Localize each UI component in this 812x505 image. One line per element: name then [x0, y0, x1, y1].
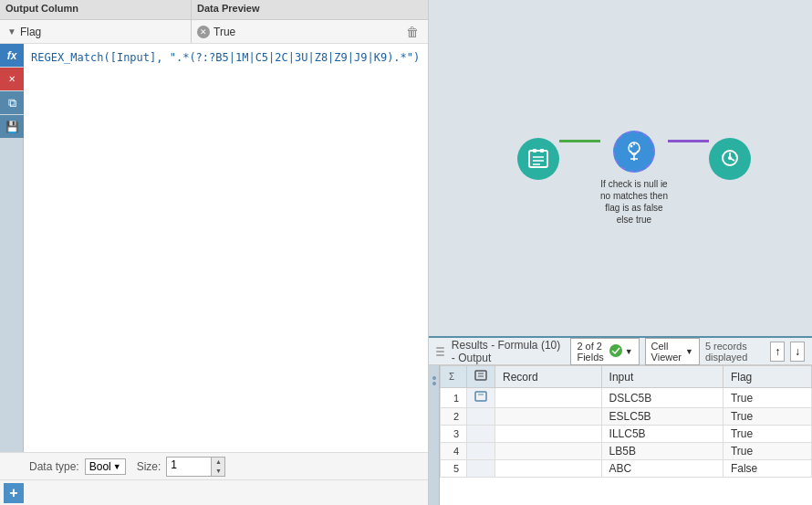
formula-node[interactable]: If check is null ieno matches thenflag i…: [600, 131, 668, 226]
add-row: +: [0, 479, 428, 505]
output-column-header: Output Column: [0, 0, 192, 19]
record-icon-cell: [467, 388, 495, 408]
viewer-label: Cell Viewer: [651, 341, 682, 363]
svg-rect-17: [475, 371, 486, 380]
size-decrement-button[interactable]: ▼: [212, 467, 224, 476]
svg-text:Σ: Σ: [449, 372, 454, 381]
field-name-label: Flag: [20, 26, 41, 38]
formula-text: REGEX_Match([Input], ".*(?:?B5|1M|C5|2C|…: [31, 51, 420, 64]
formula-row-right: ✕ True 🗑: [192, 25, 424, 39]
record-icon-header: [467, 366, 495, 388]
datatype-label: Data type:: [29, 460, 79, 473]
viewer-dropdown-icon: ▼: [685, 347, 693, 356]
row-number: 4: [441, 443, 467, 460]
results-controls: 2 of 2 Fields ▼ Cell Viewer ▼ 5 records …: [570, 338, 805, 365]
input-cell: DSLC5B: [601, 388, 723, 408]
results-header: Results - Formula (10) - Output 2 of 2 F…: [429, 338, 812, 365]
record-icon-cell-5: [467, 460, 495, 478]
results-gripper[interactable]: [436, 347, 444, 356]
fields-label: 2 of 2 Fields: [577, 341, 606, 363]
record-icon-cell-2: [467, 408, 495, 426]
results-left-strip: [429, 365, 440, 505]
delete-field-button[interactable]: 🗑: [406, 25, 419, 39]
formula-node-icon: [613, 131, 655, 173]
results-table: Σ Record Input Flag 1: [440, 365, 812, 478]
input-cell-4: LB5B: [601, 443, 723, 460]
fields-dropdown-icon: ▼: [625, 347, 633, 356]
input-node[interactable]: [517, 138, 559, 180]
table-row: 1 DSLC5B True: [441, 388, 812, 408]
size-input[interactable]: 1: [166, 457, 212, 477]
save-formula-button[interactable]: 💾: [0, 115, 24, 138]
size-value: 1: [171, 458, 177, 471]
formula-toolbar: fx ✕ ⧉ 💾: [0, 44, 24, 452]
datatype-select[interactable]: Bool ▼: [85, 458, 126, 475]
connector-2: [668, 140, 709, 142]
svg-point-15: [609, 344, 622, 357]
canvas-area: If check is null ieno matches thenflag i…: [429, 0, 812, 336]
record-icon-cell-4: [467, 443, 495, 460]
size-increment-button[interactable]: ▲: [212, 458, 224, 467]
formula-editor[interactable]: REGEX_Match([Input], ".*(?:?B5|1M|C5|2C|…: [24, 44, 428, 452]
chevron-icon[interactable]: ▼: [7, 26, 16, 37]
datatype-chevron-icon: ▼: [113, 462, 121, 471]
workflow-container: If check is null ieno matches thenflag i…: [517, 131, 751, 187]
svg-point-7: [630, 145, 633, 148]
row-number: 1: [441, 388, 467, 408]
record-num-cell: [495, 388, 602, 408]
scroll-up-button[interactable]: ↑: [770, 342, 785, 362]
input-col-header: Input: [601, 366, 723, 388]
flag-cell-3: True: [723, 426, 811, 443]
sigma-header: Σ: [441, 366, 467, 388]
clear-preview-button[interactable]: ✕: [197, 26, 210, 38]
results-content: Σ Record Input Flag 1: [429, 365, 812, 505]
row-number: 3: [441, 426, 467, 443]
scroll-down-button[interactable]: ↓: [790, 342, 805, 362]
data-preview-header: Data Preview: [192, 0, 428, 19]
col-header-row: Σ Record Input Flag: [441, 366, 812, 388]
input-cell-2: ESLC5B: [601, 408, 723, 426]
browse-node[interactable]: [709, 138, 751, 180]
browse-node-icon: [709, 138, 751, 180]
flag-cell-2: True: [723, 408, 811, 426]
fields-checkmark-icon: [609, 344, 622, 359]
left-panel-header: Output Column Data Preview: [0, 0, 428, 20]
input-cell-3: ILLC5B: [601, 426, 723, 443]
record-col-header: Record: [495, 366, 602, 388]
input-cell-5: ABC: [601, 460, 723, 478]
table-row: 2 ESLC5B True: [441, 408, 812, 426]
size-input-group: 1 ▲ ▼: [166, 457, 225, 477]
left-panel: Output Column Data Preview ▼ Flag ✕ True…: [0, 0, 429, 505]
formula-node-label: If check is null ieno matches thenflag i…: [600, 178, 668, 226]
record-icon-cell-3: [467, 426, 495, 443]
size-label: Size:: [137, 460, 161, 473]
datatype-value: Bool: [89, 460, 111, 473]
size-spinner: ▲ ▼: [212, 457, 225, 477]
svg-point-8: [633, 143, 635, 145]
formula-row: ▼ Flag ✕ True 🗑: [0, 20, 428, 44]
svg-rect-2: [540, 149, 544, 153]
results-tbody: 1 DSLC5B True 2 ESLC5B: [441, 388, 812, 478]
remove-formula-button[interactable]: ✕: [0, 68, 24, 90]
datatype-row: Data type: Bool ▼ Size: 1 ▲ ▼: [0, 452, 428, 479]
table-row: 3 ILLC5B True: [441, 426, 812, 443]
add-field-button[interactable]: +: [4, 483, 24, 503]
cell-viewer-button[interactable]: Cell Viewer ▼: [645, 338, 700, 365]
results-panel: Results - Formula (10) - Output 2 of 2 F…: [429, 336, 812, 505]
flag-cell-4: True: [723, 443, 811, 460]
svg-rect-1: [533, 149, 536, 153]
table-row: 4 LB5B True: [441, 443, 812, 460]
row-number: 2: [441, 408, 467, 426]
record-num-cell-5: [495, 460, 602, 478]
fx-button[interactable]: fx: [0, 44, 24, 67]
svg-rect-20: [475, 392, 486, 401]
connector-1: [559, 140, 600, 142]
record-num-cell-4: [495, 443, 602, 460]
records-count: 5 records displayed: [705, 341, 765, 363]
flag-col-header: Flag: [723, 366, 811, 388]
fields-selector-button[interactable]: 2 of 2 Fields ▼: [570, 338, 639, 365]
copy-formula-button[interactable]: ⧉: [0, 91, 24, 114]
record-num-cell-2: [495, 408, 602, 426]
row-number: 5: [441, 460, 467, 478]
svg-point-14: [728, 156, 732, 160]
